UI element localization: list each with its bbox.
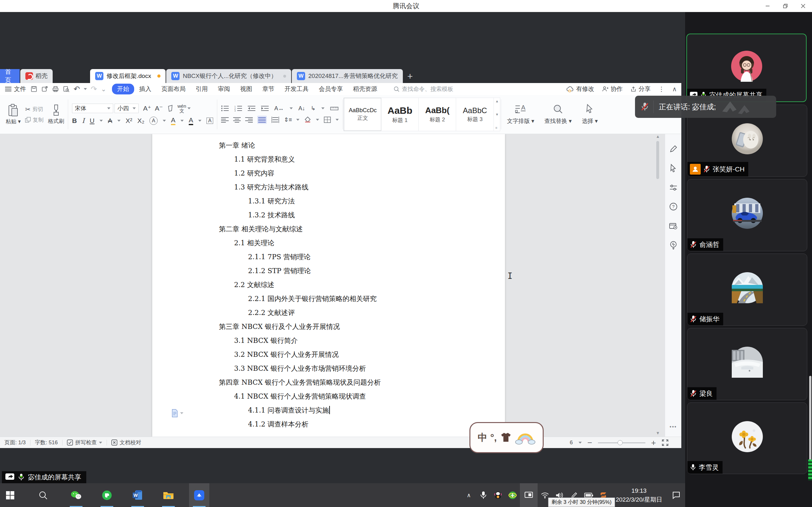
bullet-list-icon[interactable] — [221, 105, 229, 112]
character-scale-icon[interactable]: A↔ — [274, 105, 284, 112]
line-spacing-icon[interactable]: ⇕≡ — [284, 116, 292, 123]
justify-icon[interactable] — [258, 117, 266, 123]
more-menu-icon[interactable]: ⋮ — [658, 85, 664, 93]
participant-tile[interactable]: 储振华 — [687, 253, 807, 326]
margin-marker[interactable] — [171, 409, 183, 417]
document-scrollbar[interactable]: ▲ ▼ — [655, 134, 660, 437]
scroll-down-icon[interactable]: ▼ — [655, 431, 660, 435]
participant-tile[interactable]: 俞涵哲 — [687, 179, 807, 251]
distribute-icon[interactable] — [271, 117, 280, 123]
style-body-text[interactable]: AaBbCcDc 正文 — [344, 98, 381, 131]
character-border-icon[interactable]: A — [206, 118, 213, 124]
format-painter-button[interactable]: 格式刷 — [48, 97, 64, 132]
font-name-select[interactable]: 宋体 — [72, 104, 113, 113]
taskbar-clock[interactable]: 19:13 2022/3/20/星期日 — [611, 487, 667, 504]
idea-bulb-icon[interactable] — [669, 240, 677, 249]
new-tab-button[interactable]: + — [407, 71, 413, 83]
clear-format-icon[interactable] — [166, 105, 174, 112]
style-heading-3[interactable]: AaBbC 标题 3 — [456, 98, 494, 131]
tray-360-icon[interactable] — [505, 483, 520, 507]
fullscreen-icon[interactable] — [662, 439, 669, 446]
superscript-icon[interactable]: X² — [125, 117, 132, 124]
cut-button[interactable]: ✂ 剪切 — [25, 106, 44, 113]
undo-dropdown-icon[interactable] — [84, 88, 87, 90]
scrollbar-thumb[interactable] — [656, 141, 659, 179]
subscript-icon[interactable]: X₂ — [137, 117, 144, 124]
highlight-color-icon[interactable]: A — [171, 116, 175, 125]
share-button[interactable]: 分享 — [630, 85, 651, 93]
styles-more-icon[interactable]: ≡ — [495, 126, 499, 130]
text-layout-button[interactable]: A 文字排版 ▾ — [502, 95, 539, 134]
copy-button[interactable]: 复制 — [25, 116, 44, 124]
pointer-icon[interactable] — [670, 164, 677, 173]
styles-up-icon[interactable]: ▲ — [495, 99, 499, 103]
zoom-out-button[interactable]: − — [588, 438, 592, 448]
menu-dev-tools[interactable]: 开发工具 — [280, 83, 314, 95]
zoom-dropdown-icon[interactable] — [578, 442, 582, 444]
spell-check-toggle[interactable]: 拼写检查 — [67, 439, 102, 446]
paste-button[interactable]: ​粘贴 ▾ — [6, 97, 20, 132]
taskbar-word-icon[interactable]: W — [128, 483, 148, 507]
menu-page-layout[interactable]: 页面布局 — [156, 83, 191, 95]
tab-home[interactable]: 首页 — [0, 69, 20, 83]
ime-skin-shirt-icon[interactable] — [500, 432, 512, 443]
marker-dropdown-icon[interactable] — [180, 412, 183, 414]
increase-indent-icon[interactable] — [261, 105, 269, 112]
grow-font-icon[interactable]: A⁺ — [143, 105, 151, 112]
menu-view[interactable]: 视图 — [235, 83, 257, 95]
start-button[interactable] — [0, 483, 20, 507]
strikethrough-icon[interactable]: A — [108, 117, 112, 124]
italic-icon[interactable]: I — [82, 117, 84, 124]
decrease-indent-icon[interactable] — [248, 105, 255, 112]
collaborate-button[interactable]: 协作 — [602, 85, 623, 93]
tray-hidden-icons-button[interactable]: ∧ — [461, 483, 476, 507]
sort-icon[interactable]: A↓ — [299, 105, 305, 112]
shrink-font-icon[interactable]: A⁻ — [155, 105, 163, 112]
ime-mode-chinese[interactable]: 中 — [478, 431, 487, 444]
qat-customize-icon[interactable]: ⌄ — [101, 85, 106, 93]
restore-button[interactable] — [776, 0, 794, 12]
file-menu[interactable]: 文件 — [0, 85, 31, 93]
print-icon[interactable] — [52, 86, 59, 93]
font-size-select[interactable]: 小四 — [114, 104, 139, 113]
action-center-icon[interactable] — [667, 483, 685, 507]
tray-display-icon[interactable] — [520, 483, 538, 507]
align-left-icon[interactable] — [221, 117, 229, 123]
taskbar-meeting-icon[interactable] — [189, 483, 209, 507]
document-page[interactable]: 第一章 绪论 1.1 研究背景和意义 1.2 研究内容 1.3 研究方法与技术路… — [152, 134, 505, 437]
participant-tile[interactable]: 梁良 — [687, 328, 807, 400]
has-changes-button[interactable]: 有修改 — [566, 85, 594, 93]
menu-section[interactable]: 章节 — [257, 83, 280, 95]
taskbar-search-button[interactable] — [33, 483, 53, 507]
taskbar-evernote-icon[interactable] — [97, 483, 117, 507]
undo-icon[interactable]: ↶ — [73, 84, 80, 94]
document-area[interactable]: 第一章 绪论 1.1 研究背景和意义 1.2 研究内容 1.3 研究方法与技术路… — [0, 134, 681, 437]
show-marks-icon[interactable]: ↳ — [311, 105, 316, 112]
doc-tab-3[interactable]: W 202024817...务营销策略优化研究 — [292, 69, 403, 83]
side-toolbar-more-icon[interactable]: ••• — [670, 424, 677, 430]
redo-icon[interactable]: ↷ — [91, 84, 97, 94]
collapse-ribbon-icon[interactable]: ∧ — [672, 85, 677, 93]
annotate-pen-icon[interactable] — [669, 145, 677, 153]
taskbar-explorer-icon[interactable] — [158, 483, 179, 507]
resource-box-icon[interactable] — [669, 222, 678, 230]
pinyin-dropdown-icon[interactable] — [188, 107, 191, 109]
save-icon[interactable] — [31, 86, 38, 93]
close-button[interactable] — [794, 0, 812, 12]
style-heading-1[interactable]: AaBb 标题 1 — [381, 98, 419, 131]
menu-docer-resources[interactable]: 稻壳资源 — [348, 83, 382, 95]
shading-icon[interactable] — [304, 116, 311, 123]
panel-scrollbar[interactable] — [809, 376, 811, 471]
ime-rainbow-icon[interactable] — [515, 431, 536, 445]
borders-icon[interactable] — [323, 116, 331, 123]
taskbar-wechat-icon[interactable] — [66, 483, 86, 507]
help-icon[interactable]: ? — [669, 203, 677, 211]
style-heading-2[interactable]: AaBb( 标题 2 — [419, 98, 456, 131]
styles-down-icon[interactable]: ▼ — [495, 112, 499, 116]
ruler-icon[interactable] — [330, 106, 339, 111]
scroll-up-icon[interactable]: ▲ — [655, 134, 660, 139]
text-effects-icon[interactable]: A — [149, 117, 158, 125]
zoom-slider[interactable] — [598, 442, 646, 443]
menu-review[interactable]: 审阅 — [213, 83, 235, 95]
ime-popup[interactable]: 中 °, — [469, 422, 544, 453]
